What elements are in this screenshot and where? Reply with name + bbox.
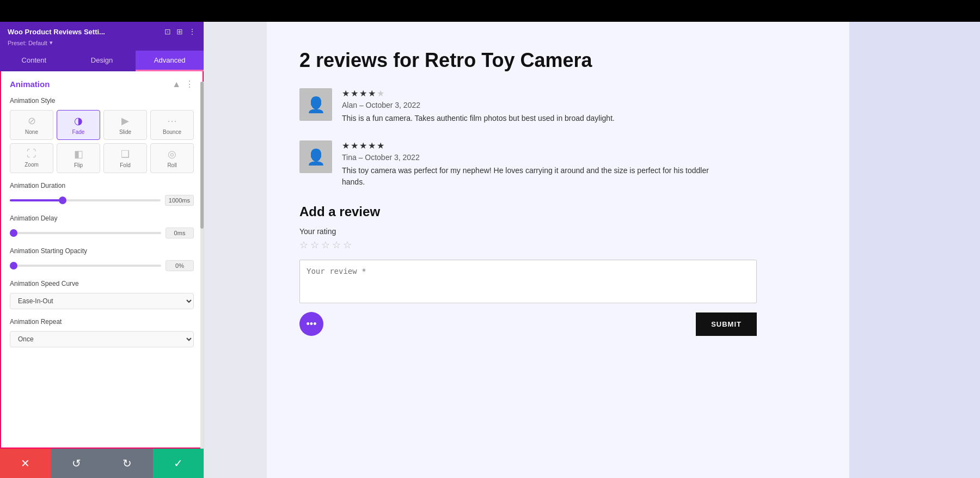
your-rating-label: Your rating — [299, 227, 817, 236]
rating-star-3[interactable]: ☆ — [321, 239, 330, 251]
animation-section-header: Animation ▲ ⋮ — [10, 79, 194, 89]
anim-btn-fold[interactable]: ❑ Fold — [103, 143, 147, 173]
animation-opacity-label: Animation Starting Opacity — [10, 247, 194, 255]
rating-star-2[interactable]: ☆ — [310, 239, 319, 251]
add-review-title: Add a review — [299, 204, 817, 219]
animation-delay-group: Animation Delay 0ms — [10, 215, 194, 238]
star-2-2: ★ — [351, 140, 358, 151]
tab-content[interactable]: Content — [0, 51, 68, 71]
delay-slider-thumb[interactable] — [10, 229, 17, 237]
review-text-1: This is a fun camera. Takes authentic fi… — [342, 113, 615, 124]
star-1-4: ★ — [368, 88, 376, 99]
top-bar-left — [0, 0, 267, 22]
reviewer-avatar-1: 👤 — [299, 88, 332, 121]
opacity-slider-row: 0% — [10, 260, 194, 271]
menu-icon[interactable]: ⋮ — [188, 27, 196, 36]
anim-label-slide: Slide — [119, 129, 131, 135]
sidebar: Woo Product Reviews Setti... ⊡ ⊞ ⋮ Prese… — [0, 22, 204, 478]
animation-duration-group: Animation Duration 1000ms — [10, 182, 194, 206]
star-1-1: ★ — [342, 88, 350, 99]
reviewer-sep-1: – — [359, 101, 366, 109]
duration-slider-track[interactable] — [10, 199, 161, 201]
content-right-gap — [849, 22, 980, 478]
star-2-4: ★ — [368, 140, 376, 151]
cancel-button[interactable]: ✕ — [0, 449, 51, 478]
fade-icon: ◑ — [74, 115, 83, 127]
reviewer-date-1: October 3, 2022 — [366, 101, 420, 109]
collapse-icon[interactable]: ▲ — [172, 79, 181, 89]
opacity-value: 0% — [166, 260, 194, 271]
cancel-icon: ✕ — [21, 457, 30, 470]
review-item-1: 👤 ★ ★ ★ ★ ★ Alan – October 3, 2022 — [299, 88, 817, 124]
anim-label-fade: Fade — [72, 129, 85, 135]
animation-duration-label: Animation Duration — [10, 182, 194, 189]
reviewer-sep-2: – — [359, 153, 365, 162]
anim-btn-roll[interactable]: ◎ Roll — [150, 143, 194, 173]
star-1-2: ★ — [351, 88, 358, 99]
duration-slider-thumb[interactable] — [59, 197, 66, 204]
review-textarea[interactable] — [299, 260, 757, 303]
reviewer-meta-1: Alan – October 3, 2022 — [342, 101, 615, 109]
anim-btn-slide[interactable]: ▶ Slide — [103, 110, 147, 140]
flip-icon: ◧ — [74, 148, 83, 160]
content-left-gap — [204, 22, 267, 478]
zoom-icon: ⛶ — [27, 148, 36, 160]
anim-btn-flip[interactable]: ◧ Flip — [57, 143, 100, 173]
opacity-slider-thumb[interactable] — [10, 262, 17, 269]
animation-speed-curve-label: Animation Speed Curve — [10, 280, 194, 287]
anim-btn-bounce[interactable]: ⋯ Bounce — [150, 110, 194, 140]
sidebar-scrollbar[interactable] — [200, 82, 204, 449]
content-area: 2 reviews for Retro Toy Camera 👤 ★ ★ ★ ★… — [204, 22, 980, 478]
section-menu-icon[interactable]: ⋮ — [185, 79, 194, 89]
reviewer-meta-2: Tina – October 3, 2022 — [342, 153, 723, 162]
animation-section-title: Animation — [10, 79, 50, 89]
submit-button[interactable]: SUBMIT — [696, 312, 757, 336]
anim-btn-zoom[interactable]: ⛶ Zoom — [10, 143, 53, 173]
sidebar-preset[interactable]: Preset: Default ▾ — [8, 39, 196, 51]
review-body-1: ★ ★ ★ ★ ★ Alan – October 3, 2022 This is… — [342, 88, 615, 124]
animation-speed-curve-group: Animation Speed Curve Ease-In-Out Ease-I… — [10, 280, 194, 309]
redo-button[interactable]: ↻ — [102, 449, 153, 478]
animation-repeat-select[interactable]: Once Loop Loop & Reverse — [10, 331, 194, 347]
redo-icon: ↻ — [122, 457, 132, 470]
animation-delay-label: Animation Delay — [10, 215, 194, 222]
rating-star-1[interactable]: ☆ — [299, 239, 308, 251]
bounce-icon: ⋯ — [167, 115, 177, 127]
stars-2: ★ ★ ★ ★ ★ — [342, 140, 723, 151]
delay-slider-row: 0ms — [10, 228, 194, 238]
rating-star-5[interactable]: ☆ — [343, 239, 352, 251]
tab-advanced[interactable]: Advanced — [136, 51, 204, 71]
star-2-5: ★ — [377, 140, 384, 151]
anim-label-flip: Flip — [74, 162, 83, 168]
rating-star-4[interactable]: ☆ — [332, 239, 341, 251]
animation-style-label: Animation Style — [10, 97, 194, 105]
delay-slider-track[interactable] — [10, 232, 161, 234]
confirm-button[interactable]: ✓ — [153, 449, 204, 478]
content-main: 2 reviews for Retro Toy Camera 👤 ★ ★ ★ ★… — [267, 22, 849, 478]
tab-design[interactable]: Design — [68, 51, 136, 71]
reviewer-avatar-2: 👤 — [299, 140, 332, 173]
anim-btn-fade[interactable]: ◑ Fade — [57, 110, 100, 140]
anim-btn-none[interactable]: ⊘ None — [10, 110, 53, 140]
avatar-icon-2: 👤 — [307, 148, 326, 166]
confirm-icon: ✓ — [174, 457, 183, 470]
floating-action-button[interactable]: ••• — [299, 312, 323, 336]
reviews-title: 2 reviews for Retro Toy Camera — [299, 49, 817, 72]
animation-speed-curve-select[interactable]: Ease-In-Out Ease-In Ease-Out Linear — [10, 293, 194, 309]
sidebar-title: Woo Product Reviews Setti... — [8, 28, 105, 36]
fold-icon: ❑ — [121, 148, 130, 160]
star-1-3: ★ — [359, 88, 367, 99]
slide-icon: ▶ — [121, 115, 129, 127]
grid-icon[interactable]: ⊞ — [176, 27, 183, 36]
sidebar-scrollbar-thumb — [200, 82, 204, 229]
duration-slider-row: 1000ms — [10, 195, 194, 206]
top-bar-right — [267, 0, 980, 22]
rating-stars: ☆ ☆ ☆ ☆ ☆ — [299, 239, 817, 251]
anim-label-bounce: Bounce — [163, 129, 181, 135]
preset-chevron: ▾ — [50, 39, 53, 46]
animation-style-grid: ⊘ None ◑ Fade ▶ Slide ⋯ Bounce — [10, 110, 194, 173]
duration-slider-fill — [10, 199, 63, 201]
undo-button[interactable]: ↺ — [51, 449, 102, 478]
opacity-slider-track[interactable] — [10, 265, 161, 267]
expand-icon[interactable]: ⊡ — [164, 27, 171, 36]
